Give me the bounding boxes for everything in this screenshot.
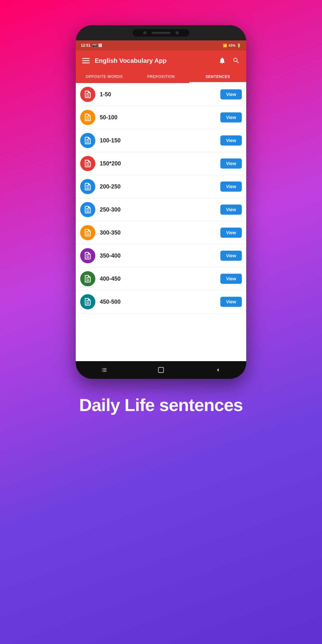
home-button[interactable]: [153, 362, 169, 378]
item-icon-9: [80, 271, 95, 286]
view-button-2[interactable]: View: [220, 112, 242, 122]
back-button[interactable]: [210, 362, 225, 378]
list-item: 150*200 View: [76, 152, 246, 175]
item-icon-8: [80, 248, 95, 263]
view-button-9[interactable]: View: [220, 274, 242, 284]
notification-icon[interactable]: [217, 56, 227, 66]
item-icon-10: [80, 294, 95, 309]
view-button-8[interactable]: View: [220, 251, 242, 261]
svg-rect-3: [158, 367, 164, 373]
svg-rect-1: [82, 60, 90, 61]
phone-top-bar: [76, 25, 246, 40]
view-button-5[interactable]: View: [220, 182, 242, 192]
status-icons: 📷 🖼: [92, 43, 102, 48]
status-right: 📶 43% 🔋: [223, 44, 241, 48]
list-item: 400-450 View: [76, 267, 246, 290]
list-item: 300-350 View: [76, 221, 246, 244]
camera-dot: [143, 31, 146, 34]
status-left: 12:51 📷 🖼: [81, 43, 102, 48]
item-label-1: 1-50: [100, 91, 216, 98]
signal-icon: 📶: [223, 44, 227, 48]
recent-apps-button[interactable]: [97, 362, 112, 378]
camera-area: [133, 29, 189, 37]
app-bar: English Vocabulary App: [76, 51, 246, 71]
list-item: 100-150 View: [76, 129, 246, 152]
status-bar: 12:51 📷 🖼 📶 43% 🔋: [76, 40, 246, 51]
list-item: 250-300 View: [76, 198, 246, 221]
tab-preposition[interactable]: PREPOSITION: [133, 71, 189, 83]
svg-rect-0: [82, 58, 90, 59]
bottom-caption: Daily Life sentences: [79, 395, 243, 415]
bottom-nav: [76, 361, 246, 379]
item-label-9: 400-450: [100, 276, 216, 282]
list-area: 1-50 View 50-100 View 100-150 View: [76, 83, 246, 361]
item-icon-5: [80, 179, 95, 194]
item-label-2: 50-100: [100, 114, 216, 121]
list-item: 1-50 View: [76, 83, 246, 106]
app-title: English Vocabulary App: [95, 57, 213, 64]
list-item: 450-500 View: [76, 290, 246, 313]
item-label-8: 350-400: [100, 253, 216, 259]
item-label-4: 150*200: [100, 160, 216, 167]
item-icon-3: [80, 133, 95, 148]
phone-screen: 12:51 📷 🖼 📶 43% 🔋 English Vocabulary App: [76, 40, 246, 361]
svg-rect-2: [82, 63, 90, 63]
tabs-bar: OPPOSITE WORDS PREPOSITION SENTENCES: [76, 71, 246, 83]
item-icon-4: [80, 156, 95, 171]
list-item: 350-400 View: [76, 244, 246, 267]
item-icon-6: [80, 202, 95, 217]
item-label-3: 100-150: [100, 137, 216, 144]
menu-icon[interactable]: [81, 56, 91, 66]
item-label-7: 300-350: [100, 230, 216, 236]
front-camera: [176, 31, 179, 34]
item-icon-2: [80, 110, 95, 125]
list-item: 200-250 View: [76, 175, 246, 198]
search-icon[interactable]: [231, 56, 241, 66]
item-label-5: 200-250: [100, 183, 216, 190]
item-label-10: 450-500: [100, 299, 216, 305]
view-button-4[interactable]: View: [220, 158, 242, 169]
list-item: 50-100 View: [76, 106, 246, 129]
tab-sentences[interactable]: SENTENCES: [189, 71, 246, 83]
item-label-6: 250-300: [100, 206, 216, 213]
tab-opposite-words[interactable]: OPPOSITE WORDS: [76, 71, 133, 83]
item-icon-7: [80, 225, 95, 240]
phone-shell: 12:51 📷 🖼 📶 43% 🔋 English Vocabulary App: [76, 25, 246, 379]
speaker-bar: [152, 32, 170, 34]
battery-text: 43%: [229, 44, 236, 47]
status-time: 12:51: [81, 43, 91, 48]
battery-icon: 🔋: [237, 44, 241, 48]
view-button-3[interactable]: View: [220, 135, 242, 146]
view-button-7[interactable]: View: [220, 228, 242, 238]
view-button-6[interactable]: View: [220, 205, 242, 215]
item-icon-1: [80, 87, 95, 102]
view-button-1[interactable]: View: [220, 89, 242, 99]
view-button-10[interactable]: View: [220, 297, 242, 307]
